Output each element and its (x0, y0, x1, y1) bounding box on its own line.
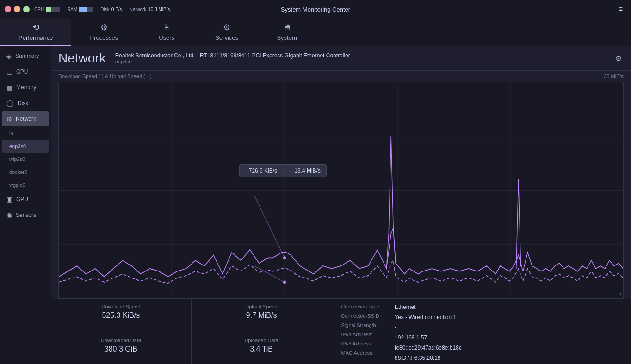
tab-processes[interactable]: ⚙ Processes (71, 19, 136, 46)
ram-bar (79, 7, 93, 12)
sidebar-label-lo: lo (9, 130, 13, 136)
graph-section: Download Speed (-) & Upload Speed (- -) … (51, 71, 631, 299)
sidebar-label-cpu: CPU (16, 68, 28, 75)
sidebar-label-enp3s0: enp3s0 (9, 143, 26, 149)
sidebar-label-docker0: docker0 (9, 169, 27, 175)
conn-mac-label: MAC Address: (341, 350, 381, 356)
services-icon: ⚙ (223, 22, 230, 32)
cpu-stat: CPU (34, 7, 60, 12)
tab-system-label: System (277, 34, 297, 41)
svg-line-8 (254, 266, 285, 282)
sidebar-item-wlp2s0[interactable]: wlp2s0 (2, 153, 49, 166)
sidebar-item-cpu[interactable]: ▦ CPU (2, 64, 49, 79)
network-stat: Network 10.3 MiB/s (130, 7, 170, 12)
network-value: 10.3 MiB/s (148, 7, 170, 12)
ram-stat: RAM (67, 7, 93, 12)
conn-ipv4-value: 192.168.1.57 (395, 334, 462, 341)
tab-processes-label: Processes (90, 34, 118, 41)
cpu-bar-fill (46, 7, 51, 12)
uploaded-data-label: Uploaded Data (199, 338, 324, 343)
uploaded-data-value: 3.4 TiB (199, 345, 324, 353)
sensors-icon: ◉ (6, 211, 12, 219)
sidebar-label-memory: Memory (16, 84, 36, 91)
svg-line-7 (254, 196, 285, 258)
ram-bar-bg (79, 7, 93, 12)
conn-type-value: Ethernet (395, 304, 462, 310)
users-icon: 🖱 (162, 23, 171, 32)
conn-labels-col: Connection Type: Connected-SSID: Signal … (341, 304, 381, 361)
menu-button[interactable]: ≡ (615, 3, 626, 15)
ram-bar-fill (79, 7, 87, 12)
max-speed-label: 30 MiB/s (604, 74, 624, 79)
sidebar-item-docker0[interactable]: docker0 (2, 166, 49, 179)
graph-zero-label: 0 (619, 292, 621, 297)
network-label: Network (130, 7, 147, 12)
speed-label: Download Speed (-) & Upload Speed (- -) (58, 74, 152, 79)
speed-stats-row: Download Speed 525.3 KiB/s Upload Speed … (51, 299, 332, 333)
graph-header: Download Speed (-) & Upload Speed (- -) … (58, 71, 624, 82)
stats-left: Download Speed 525.3 KiB/s Upload Speed … (51, 299, 332, 364)
network-graph (59, 82, 623, 298)
downloaded-data-label: Downloaded Data (58, 338, 184, 343)
tab-users[interactable]: 🖱 Users (136, 19, 197, 46)
sidebar-label-disk: Disk (18, 100, 28, 106)
sidebar-label-sensors: Sensors (16, 212, 36, 218)
content-area: Network Realtek Semiconductor Co., Ltd. … (51, 46, 631, 364)
stats-right: Connection Type: Connected-SSID: Signal … (332, 299, 631, 364)
conn-values-col: Ethernet Yes - Wired connection 1 - 192.… (395, 304, 462, 361)
download-speed-box: Download Speed 525.3 KiB/s (51, 299, 192, 333)
ram-label: RAM (67, 7, 77, 12)
sidebar-label-gpu: GPU (16, 196, 28, 203)
sidebar-item-lo[interactable]: lo (2, 127, 49, 140)
processes-icon: ⚙ (100, 22, 108, 32)
performance-icon: ⟲ (32, 22, 39, 32)
downloaded-data-value: 380.3 GiB (58, 345, 184, 353)
tab-services[interactable]: ⚙ Services (197, 19, 257, 46)
upload-speed-label: Upload Speed (199, 304, 324, 309)
sidebar-label-wlp2s0: wlp2s0 (9, 156, 25, 162)
sidebar-item-gpu[interactable]: ▣ GPU (2, 192, 49, 207)
conn-mac-value: 88:D7:F6:35:20:18 (395, 355, 462, 361)
conn-ipv6-label: IPv6 Address: (341, 341, 381, 346)
minimize-button[interactable] (14, 6, 20, 12)
sidebar: ◈ Summary ▦ CPU ▤ Memory ◯ Disk ⊕ Networ… (0, 46, 51, 364)
upload-speed-box: Upload Speed 9.7 MiB/s (192, 299, 332, 333)
summary-icon: ◈ (6, 52, 12, 60)
sidebar-item-memory[interactable]: ▤ Memory (2, 80, 49, 95)
window-controls (5, 6, 30, 12)
tab-performance-label: Performance (19, 34, 53, 41)
settings-button[interactable]: ⚙ (613, 52, 624, 65)
disk-stat: Disk 0 B/s (100, 7, 122, 12)
conn-ssid-label: Connected-SSID: (341, 313, 381, 319)
sidebar-item-summary[interactable]: ◈ Summary (2, 49, 49, 63)
data-stats-row: Downloaded Data 380.3 GiB Uploaded Data … (51, 333, 332, 364)
sidebar-label-summary: Summary (15, 53, 39, 59)
maximize-button[interactable] (23, 6, 30, 12)
sidebar-item-wgpia0[interactable]: wgpia0 (2, 179, 49, 191)
content-title: Network (58, 51, 106, 66)
system-icon: 🖥 (283, 23, 291, 32)
device-name: Realtek Semiconductor Co., Ltd. - RTL811… (115, 52, 604, 59)
device-id: enp3s0 (115, 59, 604, 64)
conn-signal-label: Signal Strength: (341, 322, 381, 328)
conn-ipv6-value: fe80::cd29:47ac:6e8e:b18c (395, 345, 462, 351)
tab-performance[interactable]: ⟲ Performance (0, 19, 71, 46)
sidebar-item-sensors[interactable]: ◉ Sensors (2, 208, 49, 222)
tab-users-label: Users (159, 34, 174, 41)
titlebar: CPU RAM Disk 0 B/s Network 10.3 MiB/s Sy… (0, 0, 631, 19)
device-info: Realtek Semiconductor Co., Ltd. - RTL811… (115, 52, 604, 64)
network-icon: ⊕ (6, 115, 12, 123)
sidebar-item-enp3s0[interactable]: enp3s0 (2, 140, 49, 153)
close-button[interactable] (5, 6, 11, 12)
app-title: System Monitoring Center (281, 6, 350, 13)
cpu-bar (46, 7, 60, 12)
tab-system[interactable]: 🖥 System (257, 19, 317, 46)
uploaded-data-box: Uploaded Data 3.4 TiB (192, 333, 332, 364)
sidebar-item-disk[interactable]: ◯ Disk (2, 96, 49, 111)
sidebar-label-wgpia0: wgpia0 (9, 182, 25, 188)
conn-signal-value: - (395, 324, 462, 331)
disk-label: Disk (100, 7, 109, 12)
disk-icon: ◯ (6, 99, 14, 107)
sidebar-item-network[interactable]: ⊕ Network (2, 111, 49, 126)
conn-type-label: Connection Type: (341, 304, 381, 309)
